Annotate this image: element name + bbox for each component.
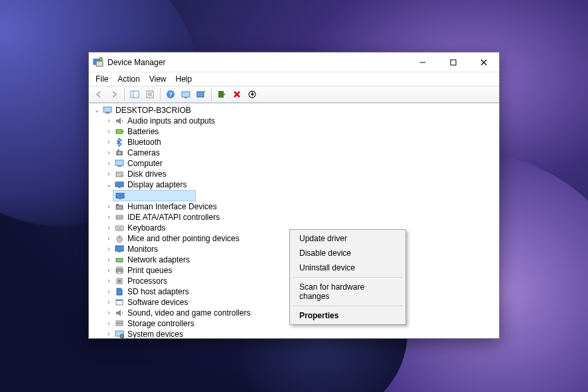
titlebar: Device Manager (89, 52, 499, 72)
context-menu-scan-hardware[interactable]: Scan for hardware changes (291, 280, 404, 304)
expand-icon[interactable]: › (105, 254, 113, 265)
expand-icon[interactable]: › (105, 116, 113, 126)
svg-rect-39 (116, 204, 119, 205)
expand-icon[interactable]: › (105, 137, 113, 147)
maximize-button[interactable] (438, 52, 469, 72)
tree-item-label: Print queues (127, 265, 172, 276)
context-menu-update-driver[interactable]: Update driver (291, 231, 404, 246)
expand-icon[interactable]: › (105, 276, 113, 286)
update-driver-button[interactable] (194, 87, 208, 102)
enable-button[interactable] (214, 87, 229, 102)
menu-action[interactable]: Action (113, 73, 143, 85)
close-button[interactable] (469, 52, 499, 72)
expand-icon[interactable]: › (105, 308, 113, 318)
uninstall-button[interactable] (230, 87, 244, 102)
expand-icon[interactable]: › (105, 158, 113, 169)
disable-button[interactable] (245, 87, 259, 102)
processor-icon (114, 276, 125, 286)
tree-children: ›Audio inputs and outputs ›Batteries ›Bl… (89, 116, 499, 190)
context-menu-uninstall-device[interactable]: Uninstall device (291, 260, 404, 275)
expand-icon[interactable]: › (105, 169, 113, 179)
tree-item[interactable]: ›Bluetooth (101, 137, 499, 147)
expand-icon[interactable]: › (105, 286, 113, 297)
display-adapter-icon (114, 179, 125, 190)
expand-icon[interactable]: › (105, 223, 113, 233)
menubar: File Action View Help (89, 72, 499, 86)
minimize-button[interactable] (407, 52, 438, 72)
context-menu-disable-device[interactable]: Disable device (291, 246, 404, 260)
display-adapter-icon (115, 191, 125, 201)
svg-rect-7 (131, 91, 139, 98)
expand-icon[interactable]: › (105, 126, 113, 137)
svg-rect-15 (182, 92, 190, 97)
device-manager-app-icon (93, 57, 104, 68)
tree-item-label: Processors (127, 276, 167, 286)
network-icon (114, 254, 125, 265)
back-button (92, 87, 106, 102)
tree-item-label: Storage controllers (127, 318, 194, 329)
battery-icon (114, 126, 125, 137)
tree-item-label: Human Interface Devices (127, 201, 217, 212)
tree-item-label: Keyboards (127, 223, 165, 233)
tree-item-label: Network adapters (127, 254, 190, 265)
svg-point-65 (120, 334, 124, 338)
tree-item[interactable]: ›Cameras (101, 147, 499, 158)
tree-item[interactable]: ›Batteries (101, 126, 499, 137)
collapse-icon[interactable]: ⌄ (105, 179, 113, 190)
keyboard-icon (114, 223, 125, 233)
svg-rect-35 (118, 187, 121, 188)
disk-icon (114, 169, 125, 179)
menu-help[interactable]: Help (172, 73, 196, 85)
tree-item-label: Computer (127, 158, 163, 169)
expand-icon[interactable]: › (105, 244, 113, 254)
svg-point-28 (118, 152, 121, 155)
sd-icon (114, 286, 125, 297)
tree-item-label: Batteries (127, 126, 159, 137)
menu-view[interactable]: View (145, 73, 171, 85)
expand-icon[interactable]: › (105, 147, 113, 158)
svg-rect-38 (116, 205, 123, 209)
device-manager-window: Device Manager File Action View Help ? (88, 52, 500, 339)
tree-item-label: Cameras (127, 147, 160, 158)
properties-button[interactable] (143, 87, 157, 102)
tree-item-label: Monitors (127, 244, 158, 254)
svg-rect-62 (116, 321, 123, 323)
context-menu-properties[interactable]: Properties (291, 308, 404, 323)
menu-file[interactable]: File (92, 73, 112, 85)
svg-rect-44 (118, 227, 119, 228)
expand-icon[interactable]: › (105, 318, 113, 329)
expand-icon[interactable]: › (105, 212, 113, 223)
svg-rect-34 (115, 182, 123, 187)
svg-rect-46 (121, 227, 121, 228)
scan-button[interactable] (179, 87, 193, 102)
expand-icon[interactable]: › (105, 297, 113, 308)
tree-item[interactable]: ›System devices (101, 329, 499, 338)
svg-rect-47 (117, 229, 121, 229)
svg-rect-42 (115, 226, 123, 231)
tree-item[interactable]: ›IDE ATA/ATAPI controllers (101, 212, 499, 223)
help-button[interactable]: ? (163, 87, 178, 102)
svg-rect-50 (115, 246, 123, 251)
expand-icon[interactable]: › (105, 329, 113, 338)
sound-icon (114, 308, 125, 318)
expand-icon[interactable]: › (105, 265, 113, 276)
svg-point-33 (121, 175, 122, 176)
tree-item-label: Mice and other pointing devices (127, 233, 240, 244)
expand-icon[interactable]: › (105, 201, 113, 212)
svg-rect-52 (116, 258, 123, 262)
tree-root-label: DESKTOP-B3CRIOB (115, 105, 191, 116)
tree-item[interactable]: ›Audio inputs and outputs (101, 116, 499, 126)
tree-root-node[interactable]: ⌄ DESKTOP-B3CRIOB (89, 105, 499, 116)
bluetooth-icon (114, 137, 125, 147)
expand-icon[interactable]: ⌄ (93, 105, 101, 116)
selected-display-adapter-item[interactable] (113, 190, 196, 201)
tree-item[interactable]: ›Computer (101, 158, 499, 169)
expand-icon[interactable]: › (105, 233, 113, 244)
tree-item[interactable]: ›Human Interface Devices (101, 201, 499, 212)
computer-icon (114, 158, 125, 169)
tree-item[interactable]: ›Disk drives (101, 169, 499, 179)
svg-rect-32 (116, 172, 123, 177)
tree-item-display-adapters[interactable]: ⌄Display adapters (101, 179, 499, 190)
storage-icon (114, 318, 125, 329)
show-hide-tree-button[interactable] (127, 87, 142, 102)
